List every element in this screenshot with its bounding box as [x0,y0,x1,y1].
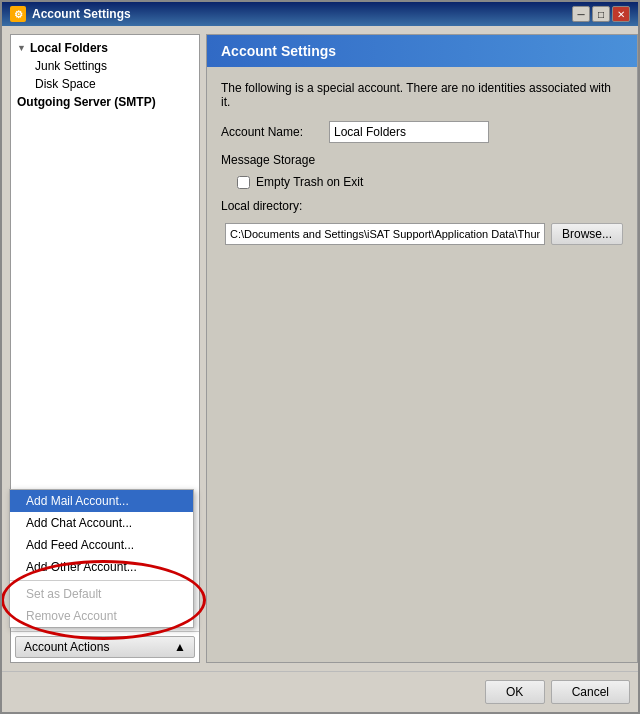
local-directory-label: Local directory: [221,199,321,213]
minimize-button[interactable]: ─ [572,6,590,22]
right-body: The following is a special account. Ther… [207,67,637,662]
account-actions-arrow: ▲ [174,640,186,654]
maximize-button[interactable]: □ [592,6,610,22]
menu-item-add-chat[interactable]: Add Chat Account... [10,512,193,534]
menu-separator [10,580,193,581]
bottom-bar: OK Cancel [2,671,638,712]
account-settings-window: ⚙ Account Settings ─ □ ✕ ▼ Local Folders… [0,0,640,714]
sidebar-item-label: Disk Space [35,77,96,91]
local-directory-label-row: Local directory: [221,199,623,213]
account-name-label: Account Name: [221,125,321,139]
left-bottom: Account Actions ▲ [11,631,199,662]
browse-button[interactable]: Browse... [551,223,623,245]
sidebar-item-junk-settings[interactable]: Junk Settings [11,57,199,75]
empty-trash-checkbox[interactable] [237,176,250,189]
window-title: Account Settings [32,7,131,21]
close-button[interactable]: ✕ [612,6,630,22]
sidebar-item-label: Junk Settings [35,59,107,73]
right-panel: Account Settings The following is a spec… [206,34,638,663]
right-header-title: Account Settings [221,43,336,59]
empty-trash-row: Empty Trash on Exit [237,175,623,189]
right-header: Account Settings [207,35,637,67]
sidebar-item-outgoing-server[interactable]: Outgoing Server (SMTP) [11,93,199,111]
sidebar-item-disk-space[interactable]: Disk Space [11,75,199,93]
ok-button[interactable]: OK [485,680,545,704]
menu-item-add-other[interactable]: Add Other Account... [10,556,193,578]
title-bar: ⚙ Account Settings ─ □ ✕ [2,2,638,26]
expand-icon: ▼ [17,43,26,53]
cancel-button[interactable]: Cancel [551,680,630,704]
window-icon: ⚙ [10,6,26,22]
account-actions-button[interactable]: Account Actions ▲ [15,636,195,658]
account-name-input[interactable] [329,121,489,143]
sidebar-item-label: Outgoing Server (SMTP) [17,95,156,109]
main-content: ▼ Local Folders Junk Settings Disk Space… [2,26,638,671]
empty-trash-label: Empty Trash on Exit [256,175,363,189]
title-bar-controls: ─ □ ✕ [572,6,630,22]
menu-item-set-default: Set as Default [10,583,193,605]
local-directory-input[interactable] [225,223,545,245]
menu-item-remove-account: Remove Account [10,605,193,627]
left-panel: ▼ Local Folders Junk Settings Disk Space… [10,34,200,663]
menu-item-add-mail[interactable]: Add Mail Account... [10,490,193,512]
account-actions-label: Account Actions [24,640,109,654]
message-storage-title: Message Storage [221,153,623,167]
account-name-row: Account Name: [221,121,623,143]
sidebar-item-label: Local Folders [30,41,108,55]
menu-item-add-feed[interactable]: Add Feed Account... [10,534,193,556]
account-actions-menu: Add Mail Account... Add Chat Account... … [9,489,194,628]
description-text: The following is a special account. Ther… [221,81,623,109]
local-directory-row: Browse... [225,223,623,245]
sidebar-item-local-folders[interactable]: ▼ Local Folders [11,39,199,57]
